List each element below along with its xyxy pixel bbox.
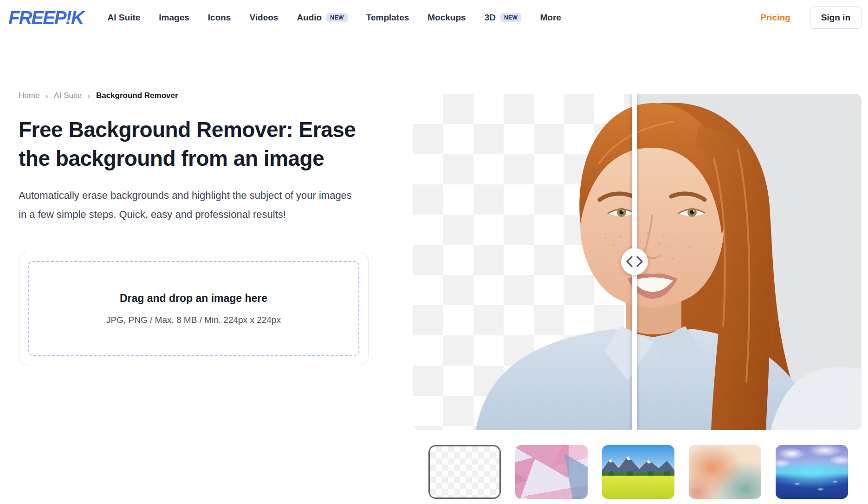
background-thumbnail-ocean[interactable] (776, 445, 848, 499)
breadcrumb-current: Background Remover (96, 91, 178, 100)
top-nav: FREEP!K AI Suite Images Icons Videos Aud… (0, 0, 868, 35)
nav-item-audio[interactable]: AudioNEW (297, 13, 347, 23)
chevron-right-icon: › (88, 92, 90, 100)
background-thumbnail-triangles[interactable] (515, 445, 588, 499)
nav-item-more[interactable]: More (540, 13, 561, 23)
breadcrumb-home[interactable]: Home (19, 91, 39, 100)
nav-item-mockups[interactable]: Mockups (428, 13, 466, 23)
transparent-pattern (430, 446, 499, 497)
nav-item-videos[interactable]: Videos (249, 13, 278, 23)
before-after-comparison (413, 94, 862, 430)
intro-column: Home › AI Suite › Background Remover Fre… (19, 91, 381, 499)
chevron-right-icon: › (45, 92, 48, 100)
dropzone-requirements: JPG, PNG / Max. 8 MB / Min. 224px x 224p… (106, 315, 281, 325)
background-thumbnail-abstract[interactable] (689, 445, 761, 499)
nav-item-icons[interactable]: Icons (208, 13, 231, 23)
background-options (428, 445, 862, 499)
meadow-landscape (602, 445, 674, 499)
upload-card: Drag and drop an image here JPG, PNG / M… (19, 252, 369, 365)
main-navigation: AI Suite Images Icons Videos AudioNEW Te… (108, 13, 561, 23)
abstract-gradient (689, 445, 761, 499)
chevrons-left-right-icon (625, 255, 644, 268)
comparison-slider-handle[interactable] (621, 248, 648, 275)
nav-item-ai-suite[interactable]: AI Suite (108, 13, 141, 23)
ocean-scene (776, 445, 848, 499)
sign-in-button[interactable]: Sign in (810, 7, 862, 29)
new-badge: NEW (326, 13, 348, 22)
breadcrumb: Home › AI Suite › Background Remover (19, 91, 381, 100)
preview-column (413, 91, 862, 499)
header-actions: Pricing Sign in (760, 7, 862, 29)
page-content: Home › AI Suite › Background Remover Fre… (0, 91, 868, 499)
background-thumbnail-transparent[interactable] (428, 445, 501, 499)
background-thumbnail-meadow[interactable] (602, 445, 674, 499)
pricing-link[interactable]: Pricing (760, 13, 790, 23)
nav-item-images[interactable]: Images (159, 13, 189, 23)
triangles-pattern (515, 445, 588, 499)
new-badge: NEW (500, 13, 522, 22)
dropzone-title: Drag and drop an image here (120, 292, 267, 305)
dropzone[interactable]: Drag and drop an image here JPG, PNG / M… (28, 261, 359, 356)
page-description: Automatically erase backgrounds and high… (19, 186, 353, 224)
freepik-logo[interactable]: FREEP!K (6, 8, 86, 27)
breadcrumb-ai-suite[interactable]: AI Suite (54, 91, 82, 100)
page-title: Free Background Remover: Erase the backg… (19, 115, 362, 173)
nav-item-3d[interactable]: 3DNEW (485, 13, 522, 23)
nav-item-templates[interactable]: Templates (366, 13, 409, 23)
